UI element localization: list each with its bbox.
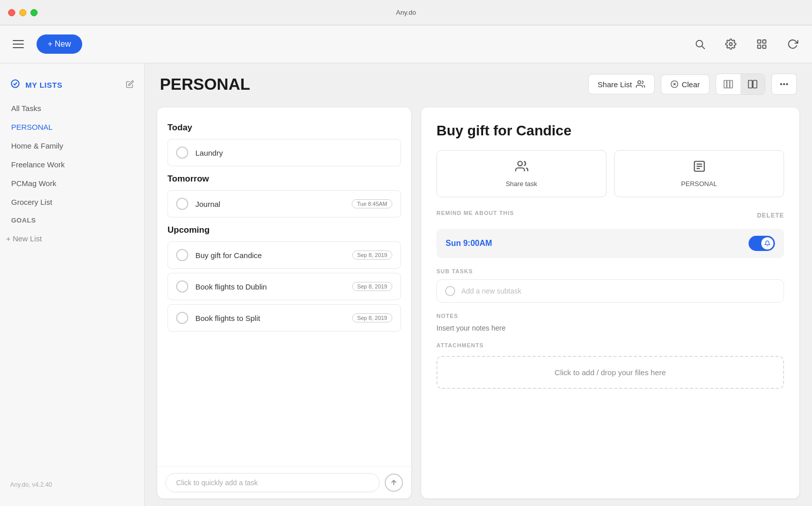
- svg-rect-6: [763, 45, 766, 48]
- svg-point-2: [729, 43, 732, 46]
- sidebar-item-pcmag-work[interactable]: PCMag Work: [5, 174, 139, 193]
- task-checkbox[interactable]: [176, 198, 188, 210]
- svg-rect-16: [753, 81, 757, 88]
- x-circle-icon: [670, 80, 679, 88]
- quick-add-input[interactable]: Click to quickly add a task: [165, 473, 380, 492]
- view-split-button[interactable]: [740, 74, 765, 94]
- subtask-input-row[interactable]: Add a new subtask: [436, 279, 784, 303]
- task-name: Buy gift for Candice: [195, 251, 345, 260]
- task-name: Journal: [195, 200, 345, 208]
- task-item-book-flights-dublin[interactable]: Book flights to Dublin Sep 8, 2019: [167, 273, 401, 300]
- sidebar-item-freelance-work[interactable]: Freelance Work: [5, 155, 139, 174]
- subtasks-section-label: SUB TASKS: [436, 268, 784, 274]
- sidebar-item-home-family[interactable]: Home & Family: [5, 136, 139, 155]
- svg-point-17: [781, 84, 782, 85]
- reminder-toggle[interactable]: [749, 236, 775, 251]
- page-title: PERSONAL: [160, 75, 250, 94]
- subtask-placeholder: Add a new subtask: [461, 287, 521, 295]
- delete-button[interactable]: DELETE: [757, 212, 784, 219]
- svg-point-21: [518, 161, 522, 166]
- sidebar-footer-version: Any.do, v4.2.40: [0, 474, 144, 496]
- attachments-drop-zone[interactable]: Click to add / drop your files here: [436, 356, 784, 389]
- toolbar-left: + New: [10, 34, 82, 54]
- list-icon: [693, 160, 706, 176]
- gear-icon: [725, 39, 736, 50]
- svg-rect-4: [763, 40, 766, 43]
- svg-point-18: [784, 84, 785, 85]
- main-panels: Today Laundry Tomorrow Journal Tue 8:45A…: [145, 100, 812, 506]
- task-checkbox[interactable]: [176, 280, 188, 293]
- app-body: MY LISTS All Tasks PERSONAL Home & Famil…: [0, 63, 812, 506]
- svg-point-8: [638, 81, 641, 84]
- clear-button[interactable]: Clear: [661, 75, 709, 94]
- task-checkbox[interactable]: [176, 147, 188, 159]
- fullscreen-button[interactable]: [30, 9, 38, 16]
- task-add-bar: Click to quickly add a task: [157, 466, 411, 498]
- view-columns-button[interactable]: [716, 74, 740, 94]
- sidebar-items: All Tasks PERSONAL Home & Family Freelan…: [0, 99, 144, 229]
- attachments-section-label: ATTACHMENTS: [436, 342, 784, 348]
- widget-icon: [756, 39, 767, 50]
- task-list-content[interactable]: Today Laundry Tomorrow Journal Tue 8:45A…: [157, 107, 411, 466]
- settings-button[interactable]: [722, 35, 740, 53]
- svg-line-1: [702, 46, 704, 49]
- task-checkbox[interactable]: [176, 312, 188, 324]
- arrow-up-icon: [390, 479, 398, 487]
- notes-input[interactable]: [436, 324, 784, 332]
- task-tag: Sep 8, 2019: [352, 282, 392, 291]
- svg-rect-3: [758, 40, 761, 43]
- view-split-icon: [748, 79, 758, 89]
- main-toolbar: + New: [0, 25, 812, 63]
- task-tag: Tue 8:45AM: [352, 199, 392, 208]
- minimize-button[interactable]: [19, 9, 26, 16]
- section-tomorrow: Tomorrow: [167, 174, 401, 184]
- sidebar-item-grocery-list[interactable]: Grocery List: [5, 193, 139, 211]
- personal-list-card[interactable]: PERSONAL: [614, 150, 784, 197]
- task-item-laundry[interactable]: Laundry: [167, 139, 401, 166]
- hamburger-button[interactable]: [10, 38, 26, 51]
- sidebar-item-personal[interactable]: PERSONAL: [5, 118, 139, 136]
- share-list-button[interactable]: Share List: [588, 74, 655, 94]
- task-tag: Sep 8, 2019: [352, 313, 392, 322]
- edit-lists-button[interactable]: [126, 80, 134, 90]
- task-name: Laundry: [195, 149, 392, 157]
- remind-row: REMIND ME ABOUT THIS DELETE: [436, 210, 784, 221]
- sidebar-item-goals[interactable]: GOALS: [5, 211, 139, 229]
- task-name: Book flights to Split: [195, 314, 345, 322]
- app-title: Any.do: [396, 9, 416, 16]
- share-people-icon: [636, 80, 645, 89]
- traffic-lights: [8, 9, 38, 16]
- sidebar-item-all-tasks[interactable]: All Tasks: [5, 99, 139, 118]
- new-button-label: + New: [48, 40, 71, 49]
- svg-rect-15: [749, 81, 753, 88]
- toggle-knob: [761, 237, 773, 249]
- notes-section-label: NOTES: [436, 313, 784, 319]
- svg-point-19: [787, 84, 788, 85]
- sidebar-header: MY LISTS: [0, 74, 144, 99]
- detail-panel: Buy gift for Candice Share task: [421, 107, 799, 498]
- task-item-journal[interactable]: Journal Tue 8:45AM: [167, 190, 401, 218]
- view-columns-icon: [723, 79, 733, 89]
- task-submit-button[interactable]: [385, 474, 403, 492]
- close-button[interactable]: [8, 9, 15, 16]
- more-options-button[interactable]: [771, 74, 797, 95]
- widget-button[interactable]: [753, 35, 771, 53]
- personal-list-label: PERSONAL: [681, 180, 717, 188]
- refresh-button[interactable]: [784, 35, 802, 53]
- task-checkbox[interactable]: [176, 249, 188, 261]
- section-upcoming: Upcoming: [167, 225, 401, 235]
- task-name: Book flights to Dublin: [195, 282, 345, 291]
- search-button[interactable]: [691, 35, 709, 53]
- task-tag: Sep 8, 2019: [352, 250, 392, 260]
- view-toggle: [716, 74, 765, 95]
- share-task-card[interactable]: Share task: [436, 150, 606, 197]
- content-area: PERSONAL Share List: [145, 63, 812, 506]
- new-list-button[interactable]: + New List: [0, 229, 144, 248]
- task-item-buy-gift[interactable]: Buy gift for Candice Sep 8, 2019: [167, 241, 401, 269]
- hamburger-icon: [13, 47, 24, 48]
- detail-action-cards: Share task PERSONAL: [436, 150, 784, 197]
- new-button[interactable]: + New: [37, 34, 82, 54]
- attachments-drop-label: Click to add / drop your files here: [555, 368, 666, 377]
- section-today: Today: [167, 123, 401, 133]
- task-item-book-flights-split[interactable]: Book flights to Split Sep 8, 2019: [167, 304, 401, 332]
